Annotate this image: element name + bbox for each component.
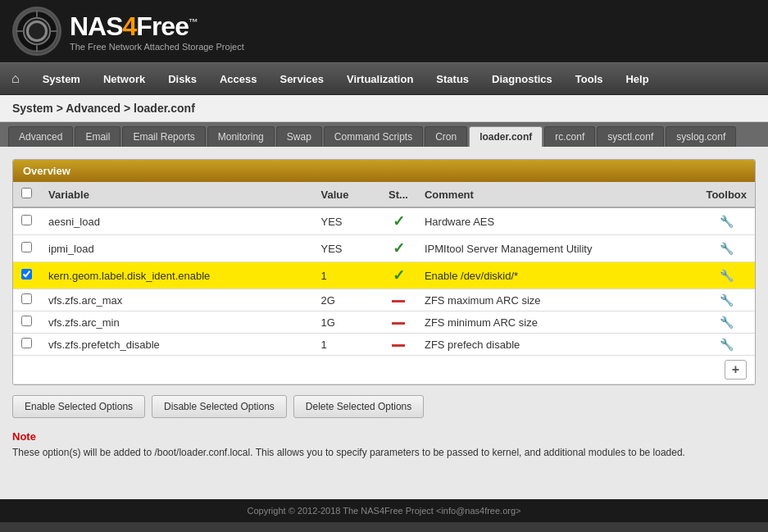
table-row: vfs.zfs.arc_min1GZFS minimum ARC size🔧 bbox=[13, 311, 755, 334]
cell-toolbox[interactable]: 🔧 bbox=[698, 289, 755, 311]
nav-tools[interactable]: Tools bbox=[564, 65, 615, 93]
row-checkbox[interactable] bbox=[21, 242, 32, 252]
status-dash-icon bbox=[392, 300, 405, 302]
cell-comment: IPMItool Server Management Utility bbox=[416, 235, 698, 262]
tab-email-reports[interactable]: Email Reports bbox=[122, 126, 205, 147]
cell-status: ✓ bbox=[380, 207, 416, 235]
action-buttons: Enable Selected Options Disable Selected… bbox=[12, 395, 756, 418]
cell-value: 1 bbox=[313, 262, 381, 289]
cell-toolbox[interactable]: 🔧 bbox=[698, 334, 755, 356]
col-value: Value bbox=[313, 182, 381, 207]
svg-point-1 bbox=[24, 18, 50, 44]
table-row: vfs.zfs.arc_max2GZFS maximum ARC size🔧 bbox=[13, 289, 755, 311]
table-row: ipmi_loadYES✓IPMItool Server Management … bbox=[13, 235, 755, 262]
status-check-icon: ✓ bbox=[393, 240, 405, 257]
tab-sysctlconf[interactable]: sysctl.conf bbox=[597, 126, 664, 147]
content-area: Overview Variable Value St... Comment To… bbox=[0, 147, 768, 499]
cell-toolbox[interactable]: 🔧 bbox=[698, 311, 755, 334]
col-toolbox: Toolbox bbox=[698, 182, 755, 207]
logo-icon bbox=[12, 7, 61, 56]
cell-variable: ipmi_load bbox=[40, 235, 313, 262]
cell-toolbox[interactable]: 🔧 bbox=[698, 207, 755, 235]
cell-comment: ZFS maximum ARC size bbox=[416, 289, 698, 311]
tab-advanced[interactable]: Advanced bbox=[8, 126, 73, 147]
tab-rcconf[interactable]: rc.conf bbox=[544, 126, 595, 147]
table-row: vfs.zfs.prefetch_disable1ZFS prefech dis… bbox=[13, 334, 755, 356]
col-status: St... bbox=[380, 182, 416, 207]
tab-command-scripts[interactable]: Command Scripts bbox=[324, 126, 423, 147]
nav-help[interactable]: Help bbox=[614, 65, 660, 93]
cell-toolbox[interactable]: 🔧 bbox=[698, 235, 755, 262]
overview-table: Variable Value St... Comment Toolbox aes… bbox=[13, 182, 755, 384]
disable-button[interactable]: Disable Selected Options bbox=[152, 395, 287, 418]
cell-value: YES bbox=[313, 207, 381, 235]
cell-variable: vfs.zfs.arc_min bbox=[40, 311, 313, 334]
header: NAS4Free™ The Free Network Attached Stor… bbox=[0, 0, 768, 62]
cell-variable: kern.geom.label.disk_ident.enable bbox=[40, 262, 313, 289]
tagline: The Free Network Attached Storage Projec… bbox=[70, 42, 244, 52]
tab-monitoring[interactable]: Monitoring bbox=[207, 126, 275, 147]
row-checkbox[interactable] bbox=[21, 316, 32, 326]
col-variable: Variable bbox=[40, 182, 313, 207]
breadcrumb: System > Advanced > loader.conf bbox=[0, 95, 768, 122]
tab-syslogconf[interactable]: syslog.conf bbox=[666, 126, 736, 147]
status-check-icon: ✓ bbox=[393, 213, 405, 230]
wrench-icon[interactable]: 🔧 bbox=[720, 316, 734, 329]
nav-network[interactable]: Network bbox=[92, 65, 157, 93]
table-row: kern.geom.label.disk_ident.enable1✓Enabl… bbox=[13, 262, 755, 289]
cell-status: ✓ bbox=[380, 262, 416, 289]
nav-diagnostics[interactable]: Diagnostics bbox=[480, 65, 564, 93]
nav-services[interactable]: Services bbox=[268, 65, 335, 93]
status-check-icon: ✓ bbox=[393, 267, 405, 284]
cell-value: 2G bbox=[313, 289, 381, 311]
select-all-checkbox[interactable] bbox=[21, 188, 32, 198]
add-row: + bbox=[13, 356, 755, 384]
logo-area: NAS4Free™ The Free Network Attached Stor… bbox=[12, 7, 244, 56]
footer: Copyright © 2012-2018 The NAS4Free Proje… bbox=[0, 499, 768, 522]
tab-loaderconf[interactable]: loader.conf bbox=[469, 126, 543, 147]
nav-disks[interactable]: Disks bbox=[157, 65, 208, 93]
note-section: Note These option(s) will be added to /b… bbox=[12, 430, 756, 460]
wrench-icon[interactable]: 🔧 bbox=[720, 242, 734, 255]
navbar: ⌂ System Network Disks Access Services V… bbox=[0, 62, 768, 95]
nav-virtualization[interactable]: Virtualization bbox=[335, 65, 425, 93]
wrench-icon[interactable]: 🔧 bbox=[720, 269, 734, 282]
wrench-icon[interactable]: 🔧 bbox=[720, 215, 734, 228]
cell-variable: vfs.zfs.prefetch_disable bbox=[40, 334, 313, 356]
cell-status bbox=[380, 289, 416, 311]
cell-value: 1 bbox=[313, 334, 381, 356]
nav-access[interactable]: Access bbox=[208, 65, 269, 93]
cell-comment: ZFS prefech disable bbox=[416, 334, 698, 356]
cell-value: YES bbox=[313, 235, 381, 262]
cell-value: 1G bbox=[313, 311, 381, 334]
tab-swap[interactable]: Swap bbox=[276, 126, 322, 147]
wrench-icon[interactable]: 🔧 bbox=[720, 338, 734, 351]
wrench-icon[interactable]: 🔧 bbox=[720, 293, 734, 307]
row-checkbox[interactable] bbox=[21, 215, 32, 225]
cell-status: ✓ bbox=[380, 235, 416, 262]
row-checkbox[interactable] bbox=[21, 338, 32, 348]
cell-status bbox=[380, 311, 416, 334]
tabs-bar: Advanced Email Email Reports Monitoring … bbox=[0, 122, 768, 147]
cell-variable: vfs.zfs.arc_max bbox=[40, 289, 313, 311]
tab-cron[interactable]: Cron bbox=[425, 126, 467, 147]
delete-button[interactable]: Delete Selected Options bbox=[293, 395, 424, 418]
note-title: Note bbox=[12, 430, 756, 443]
enable-button[interactable]: Enable Selected Options bbox=[12, 395, 145, 418]
row-checkbox[interactable] bbox=[21, 293, 32, 304]
cell-comment: Hardware AES bbox=[416, 207, 698, 235]
overview-header: Overview bbox=[13, 160, 755, 182]
add-button[interactable]: + bbox=[725, 360, 747, 380]
nav-status[interactable]: Status bbox=[425, 65, 480, 93]
svg-point-3 bbox=[34, 29, 39, 33]
col-checkbox bbox=[13, 182, 40, 207]
cell-comment: ZFS minimum ARC size bbox=[416, 311, 698, 334]
row-checkbox[interactable] bbox=[21, 269, 32, 280]
status-dash-icon bbox=[392, 344, 405, 347]
svg-point-2 bbox=[31, 25, 43, 37]
nav-system[interactable]: System bbox=[31, 65, 92, 93]
footer-text: Copyright © 2012-2018 The NAS4Free Proje… bbox=[248, 506, 521, 516]
tab-email[interactable]: Email bbox=[75, 126, 120, 147]
cell-toolbox[interactable]: 🔧 bbox=[698, 262, 755, 289]
home-icon[interactable]: ⌂ bbox=[0, 63, 31, 94]
